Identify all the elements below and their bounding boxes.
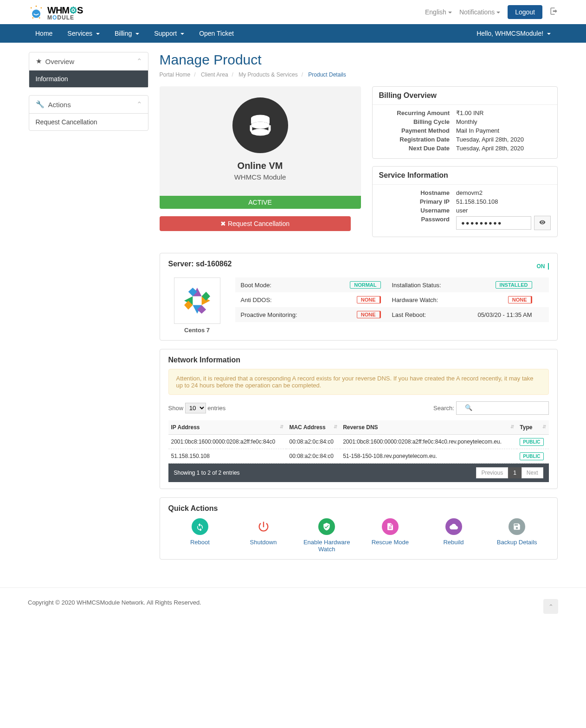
wrench-icon: 🔧 [36, 100, 45, 109]
network-alert: Attention, it is required that a corespo… [168, 369, 549, 395]
sort-icon: ⇵ [334, 424, 337, 429]
save-icon [509, 518, 525, 535]
nav-billing[interactable]: Billing [107, 24, 147, 43]
logo-text: WHM⚙SMODULE [47, 5, 83, 19]
logo-icon [28, 4, 45, 20]
type-badge: PUBLIC [520, 438, 543, 446]
table-row: 51.158.150.108 00:08:a2:0c:84:c0 51-158-… [168, 449, 549, 464]
page-1[interactable]: 1 [508, 467, 522, 478]
svg-point-1 [31, 7, 32, 9]
sort-icon: ⇵ [542, 424, 546, 429]
os-name: Centos 7 [168, 327, 226, 334]
status-badge: ACTIVE [160, 196, 361, 209]
star-icon: ★ [36, 57, 42, 65]
product-name: Online VM [160, 161, 361, 171]
breadcrumb-current: Product Details [308, 71, 346, 78]
nav-home[interactable]: Home [28, 24, 60, 43]
network-info-title: Network Information [168, 356, 549, 364]
qa-backup[interactable]: Backup Details [485, 518, 549, 553]
sidebar-overview-header[interactable]: ★ Overview ⌃ [29, 52, 148, 71]
chevron-up-icon: ⌃ [136, 57, 142, 65]
boot-mode-badge: NORMAL [350, 281, 380, 289]
qa-hw-watch[interactable]: Enable Hardware Watch [295, 518, 359, 553]
nav-support[interactable]: Support [147, 24, 192, 43]
ddos-badge: NONE [357, 296, 381, 303]
breadcrumb-client[interactable]: Client Area [201, 71, 228, 78]
type-badge: PUBLIC [520, 452, 543, 460]
svg-point-9 [251, 129, 270, 136]
server-title: Server: sd-160862 [168, 260, 232, 268]
page-next[interactable]: Next [522, 467, 543, 478]
page-prev[interactable]: Previous [476, 467, 508, 478]
footer-copyright: Copyright © 2020 WHMCSModule Network. Al… [28, 599, 201, 614]
breadcrumb: Portal Home/ Client Area/ My Products & … [160, 71, 558, 78]
server-power-status: ON [537, 263, 549, 270]
reboot-icon [192, 518, 208, 535]
logout-button[interactable]: Logout [508, 5, 542, 19]
password-field: ●●●●●●●●● [456, 216, 531, 230]
sort-icon: ⇵ [510, 424, 514, 429]
sort-icon: ⇵ [280, 424, 283, 429]
chevron-up-icon: ⌃ [136, 100, 142, 109]
nav-open-ticket[interactable]: Open Ticket [192, 24, 241, 43]
install-status-badge: INSTALLED [496, 281, 532, 289]
qa-shutdown[interactable]: Shutdown [232, 518, 295, 553]
logo[interactable]: WHM⚙SMODULE [28, 4, 83, 20]
scroll-top-button[interactable]: ⌃ [543, 599, 558, 614]
product-subtitle: WHMCS Module [160, 173, 361, 181]
table-row: 2001:0bc8:1600:0000:0208:a2ff:fe0c:84c0 … [168, 435, 549, 449]
col-mac[interactable]: MAC Address⇵ [286, 420, 340, 435]
svg-point-3 [36, 6, 37, 7]
nav-user-menu[interactable]: Hello, WHMCSModule! [469, 24, 558, 43]
search-icon: 🔍 [465, 404, 472, 411]
product-card: Online VM WHMCS Module ACTIVE [160, 86, 361, 209]
database-icon [232, 97, 288, 153]
page-size-select[interactable]: 10 [185, 403, 206, 413]
service-info-title: Service Information [373, 167, 557, 185]
shield-icon [318, 518, 335, 535]
sidebar-item-information[interactable]: Information [29, 71, 148, 87]
qa-reboot[interactable]: Reboot [168, 518, 232, 553]
last-reboot-value: 05/03/20 - 11:35 AM [477, 311, 532, 318]
nav-services[interactable]: Services [60, 24, 107, 43]
svg-point-0 [32, 10, 40, 18]
qa-rebuild[interactable]: Rebuild [422, 518, 485, 553]
svg-point-4 [32, 17, 33, 19]
col-type[interactable]: Type⇵ [517, 420, 548, 435]
notifications-dropdown[interactable]: Notifications [459, 8, 500, 16]
hw-watch-badge: NONE [508, 296, 532, 303]
chevron-up-icon: ⌃ [548, 603, 554, 610]
show-password-button[interactable] [534, 216, 551, 230]
svg-point-5 [39, 17, 40, 19]
request-cancellation-button[interactable]: ✖ Request Cancellation [160, 216, 351, 231]
language-dropdown[interactable]: English [425, 8, 452, 16]
sidebar-actions-header[interactable]: 🔧 Actions ⌃ [29, 96, 148, 114]
shutdown-icon [255, 518, 272, 535]
cloud-icon [445, 518, 462, 535]
billing-overview-title: Billing Overview [373, 87, 557, 105]
breadcrumb-products[interactable]: My Products & Services [238, 71, 297, 78]
qa-rescue[interactable]: Rescue Mode [359, 518, 422, 553]
col-ip[interactable]: IP Address⇵ [168, 420, 287, 435]
os-logo [174, 277, 220, 324]
col-rdns[interactable]: Reverse DNS⇵ [340, 420, 517, 435]
page-title: Manage Product [160, 52, 558, 68]
breadcrumb-home[interactable]: Portal Home [160, 71, 191, 78]
signout-icon[interactable] [550, 7, 558, 18]
sidebar-item-request-cancellation[interactable]: Request Cancellation [29, 114, 148, 130]
table-info: Showing 1 to 2 of 2 entries [174, 470, 240, 476]
svg-point-8 [251, 122, 270, 129]
svg-point-2 [40, 7, 42, 9]
document-icon [382, 518, 399, 535]
monitoring-badge: NONE [357, 311, 381, 318]
quick-actions-title: Quick Actions [168, 504, 549, 513]
cancel-icon: ✖ [220, 220, 226, 227]
eye-icon [539, 219, 546, 225]
